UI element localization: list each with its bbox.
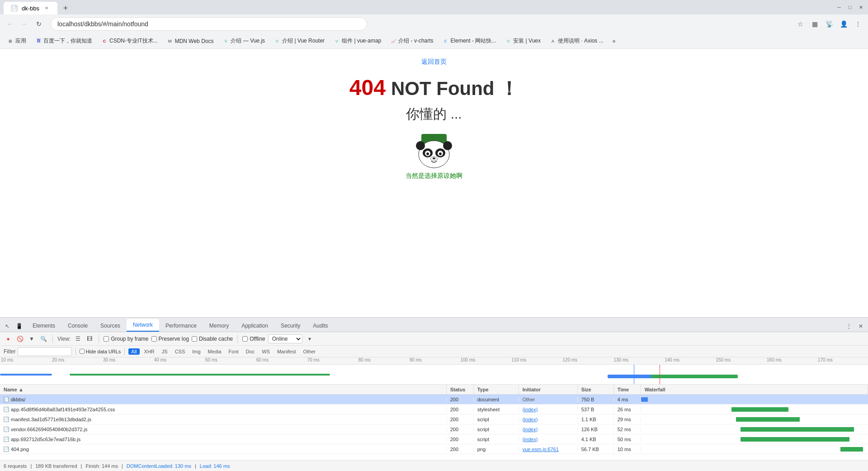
new-tab-button[interactable]: + <box>59 2 72 14</box>
td-initiator-1[interactable]: (index) <box>519 407 578 412</box>
tab-memory[interactable]: Memory <box>203 320 235 332</box>
error-msg: NOT Found ！ <box>391 76 519 101</box>
qr-code-icon[interactable]: ▦ <box>808 18 821 30</box>
bookmark-mdn[interactable]: M MDN Web Docs <box>163 36 217 46</box>
filter-type-font[interactable]: Font <box>226 348 241 355</box>
bookmark-vuejs[interactable]: V 介绍 — Vue.js <box>219 35 269 47</box>
tl-marker-red <box>660 365 660 384</box>
td-initiator-2[interactable]: (index) <box>519 417 578 422</box>
bookmark-star-icon[interactable]: ☆ <box>794 18 807 30</box>
back-home-link[interactable]: 返回首页 <box>421 58 447 66</box>
maximize-button[interactable]: □ <box>846 4 854 11</box>
tab-security[interactable]: Security <box>274 320 307 332</box>
throttle-select[interactable]: Online Fast 3G Slow 3G Offline <box>268 334 302 343</box>
filter-toggle-button[interactable]: ▼ <box>27 334 36 343</box>
clear-button[interactable]: 🚫 <box>15 334 24 343</box>
td-status-3: 200 <box>447 427 474 432</box>
filter-type-manifest[interactable]: Manifest <box>274 348 299 355</box>
tab-network[interactable]: Network <box>127 319 159 332</box>
th-name[interactable]: Name ▲ <box>0 385 447 394</box>
th-type[interactable]: Type <box>474 385 519 394</box>
status-dom-content[interactable]: DOMContentLoaded: 130 ms <box>127 463 191 469</box>
tab-audits[interactable]: Audits <box>307 320 334 332</box>
tab-application[interactable]: Application <box>235 320 274 332</box>
account-icon[interactable]: 👤 <box>837 18 850 30</box>
filter-input[interactable] <box>18 347 72 356</box>
bookmark-apps[interactable]: ⊞ 应用 <box>4 35 30 47</box>
filter-type-other[interactable]: Other <box>300 348 318 355</box>
address-input[interactable]: localhost/dkbbs/#/main/notfound <box>51 17 367 31</box>
bookmark-vueatlas[interactable]: V 组件 | vue-amap <box>330 35 385 47</box>
group-by-frame-checkbox[interactable]: Group by frame <box>104 336 148 342</box>
th-size[interactable]: Size <box>578 385 614 394</box>
screenshot-view-button[interactable]: 🎞 <box>85 334 94 343</box>
cast-icon[interactable]: 📡 <box>823 18 835 30</box>
filter-type-ws[interactable]: WS <box>259 348 273 355</box>
close-window-button[interactable]: ✕ <box>857 4 864 11</box>
menu-icon[interactable]: ⋮ <box>852 18 864 30</box>
bookmark-element[interactable]: E Element - 网站快... <box>439 35 500 47</box>
minimize-button[interactable]: ─ <box>835 4 843 11</box>
tab-performance[interactable]: Performance <box>159 320 203 332</box>
vcharts-icon: 📈 <box>390 38 396 44</box>
table-row[interactable]: 📄app.45d8f96d4b8a83af1491e493e72a4255.cs… <box>0 404 868 414</box>
record-button[interactable]: ● <box>4 334 13 343</box>
bookmark-baidu[interactable]: 百 百度一下，你就知道 <box>32 35 96 47</box>
tab-close-button[interactable]: × <box>43 5 50 12</box>
status-load[interactable]: Load: 146 ms <box>200 463 230 469</box>
table-row[interactable]: 📄app.692712d5c63e7ead716b.js200script(in… <box>0 434 868 444</box>
reload-button[interactable]: ↻ <box>33 18 45 30</box>
disable-cache-input[interactable] <box>192 336 197 342</box>
table-row[interactable]: 📄404.png200pngvue.esm.js:676156.7 KB10 m… <box>0 444 868 454</box>
hide-data-urls-checkbox[interactable]: Hide data URLs <box>80 349 121 354</box>
offline-checkbox[interactable]: Offline <box>242 336 265 342</box>
active-tab[interactable]: 📄 dk-bbs × <box>4 2 57 14</box>
tab-console[interactable]: Console <box>61 320 94 332</box>
devtools-close-button[interactable]: ✕ <box>855 321 866 332</box>
filter-type-all[interactable]: All <box>128 348 139 355</box>
search-button[interactable]: 🔍 <box>39 334 48 343</box>
bookmark-vcharts[interactable]: 📈 介绍 - v-charts <box>387 35 437 47</box>
group-by-frame-input[interactable] <box>104 336 109 342</box>
timeline-tick-5: 60 ms <box>255 357 307 364</box>
td-initiator-3[interactable]: (index) <box>519 427 578 432</box>
devtools-more-button[interactable]: ⋮ <box>844 321 854 332</box>
th-status[interactable]: Status <box>447 385 474 394</box>
table-row[interactable]: 📄vendor.66626940540840b2d372.js200script… <box>0 424 868 434</box>
td-type-0: document <box>474 397 519 402</box>
table-row[interactable]: 📄manifest.3ad1d5771e9b13dbdad2.js200scri… <box>0 414 868 424</box>
forward-button[interactable]: → <box>18 18 31 30</box>
bookmark-more[interactable]: » <box>609 36 619 46</box>
preserve-log-checkbox[interactable]: Preserve log <box>151 336 189 342</box>
filter-type-js[interactable]: JS <box>159 348 170 355</box>
filter-type-media[interactable]: Media <box>205 348 224 355</box>
inspect-element-button[interactable]: ↖ <box>2 321 13 332</box>
tab-sources[interactable]: Sources <box>94 320 127 332</box>
list-view-button[interactable]: ☰ <box>73 334 82 343</box>
td-initiator-4[interactable]: (index) <box>519 437 578 442</box>
th-initiator[interactable]: Initiator <box>519 385 578 394</box>
preserve-log-input[interactable] <box>151 336 157 342</box>
bookmark-csdn[interactable]: C CSDN-专业IT技术... <box>98 35 161 47</box>
td-initiator-5[interactable]: vue.esm.js:6761 <box>519 447 578 452</box>
throttle-dropdown[interactable]: ▾ <box>305 334 314 343</box>
filter-type-doc[interactable]: Doc <box>243 348 258 355</box>
disable-cache-checkbox[interactable]: Disable cache <box>192 336 233 342</box>
bookmark-vuex[interactable]: V 安装 | Vuex <box>501 35 544 47</box>
filter-type-css[interactable]: CSS <box>172 348 188 355</box>
back-button[interactable]: ← <box>4 18 16 30</box>
status-requests: 6 requests <box>4 463 27 469</box>
th-waterfall[interactable]: Waterfall <box>641 385 868 394</box>
table-row[interactable]: 📄dkbbs/200documentOther750 B4 ms <box>0 395 868 404</box>
filter-type-img[interactable]: Img <box>189 348 203 355</box>
offline-input[interactable] <box>242 336 248 342</box>
tab-elements[interactable]: Elements <box>26 320 61 332</box>
td-status-2: 200 <box>447 417 474 422</box>
device-mode-button[interactable]: 📱 <box>14 321 24 332</box>
filter-type-xhr[interactable]: XHR <box>142 348 157 355</box>
bookmark-axios[interactable]: A 使用说明 · Axios ... <box>546 35 607 47</box>
hide-data-urls-input[interactable] <box>80 349 85 354</box>
th-time[interactable]: Time <box>614 385 641 394</box>
filter-bar: Filter Hide data URLs All XHR JS CSS Img… <box>0 346 868 357</box>
bookmark-vuerouter[interactable]: V 介绍 | Vue Router <box>270 35 328 47</box>
